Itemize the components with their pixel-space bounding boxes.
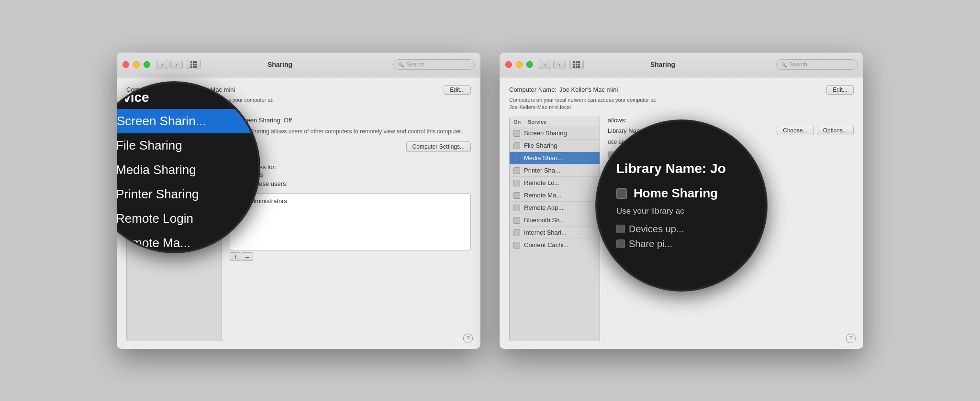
choose-button[interactable]: Choose... (777, 126, 813, 135)
checkbox-bluetooth-sharing[interactable] (513, 217, 520, 224)
checkbox-remote-apple-events[interactable] (513, 205, 520, 211)
right-sharing-window: ‹ › Sharing 🔍 Search Computer Name: Joe … (500, 53, 863, 349)
service-item-file-sharing-right[interactable]: File Sharing (510, 140, 600, 152)
checkbox-remote-login-right[interactable] (513, 180, 520, 186)
minimize-button-right[interactable] (516, 61, 523, 68)
remove-user-button-left[interactable]: – (242, 252, 253, 261)
service-item-remote-management-right[interactable]: Remote Ma... (510, 189, 600, 202)
help-button-right[interactable]: ? (846, 334, 856, 343)
titlebar-right: ‹ › Sharing 🔍 Search (500, 53, 863, 77)
circle-share-checkbox (616, 239, 625, 248)
computer-name-row-right: Computer Name: Joe Keller's Mac mini Edi… (509, 85, 854, 95)
service-item-remote-login-right[interactable]: Remote Lo... (510, 177, 600, 189)
window-title-left: Sharing (167, 61, 393, 68)
checkbox-screen-sharing-right[interactable] (513, 130, 520, 137)
service-item-content-caching[interactable]: Content Cachi... (510, 239, 600, 251)
titlebar-left: ‹ › Sharing 🔍 Search (117, 53, 480, 77)
service-name-file-sharing-right: File Sharing (524, 142, 557, 149)
service-detail-left: Screen Sharing: Off Screen Sharing allow… (222, 117, 471, 341)
traffic-lights-left (122, 61, 150, 68)
search-icon-left: 🔍 (398, 62, 404, 68)
left-sharing-window: ‹ › Sharing 🔍 Search Computer Name: Joe … (117, 53, 480, 349)
maximize-button-left[interactable] (144, 61, 150, 68)
circle-label-remote-login: Remote Login (117, 211, 193, 226)
search-placeholder-left: Search (406, 61, 424, 68)
service-item-bluetooth-sharing[interactable]: Bluetooth Sh... (510, 214, 600, 227)
circle-devices-row: Devices up... (616, 224, 684, 235)
circle-item-media-sharing[interactable]: Media Sharing (117, 158, 258, 182)
service-name-screen-sharing-right: Screen Sharing (524, 130, 567, 137)
circle-item-screen-sharing[interactable]: Screen Sharin... (117, 109, 258, 133)
service-item-screen-sharing-right[interactable]: Screen Sharing (510, 127, 600, 140)
circle-share-label: Share pi... (629, 238, 672, 249)
circle-home-desc: Use your library ac (616, 206, 684, 217)
service-item-remote-apple-events[interactable]: Remote App... (510, 202, 600, 214)
service-list-header-right: On Service (510, 117, 600, 127)
checkbox-remote-management-right[interactable] (513, 192, 520, 199)
magnify-circle-right: Library Name: Jo Home Sharing Use your l… (595, 119, 768, 292)
users-list-left: Administrators (230, 193, 471, 250)
service-name-media-sharing-right: Media Shari... (524, 154, 562, 162)
add-user-button-left[interactable]: + (230, 252, 241, 261)
search-placeholder-right: Search (789, 61, 807, 68)
minimize-button-left[interactable] (133, 61, 140, 68)
circle-label-printer-sharing: Printer Sharing (117, 187, 199, 202)
circle-label-media-sharing: Media Sharing (117, 163, 196, 177)
checkbox-printer-sharing-right[interactable] (513, 167, 520, 174)
circle-item-file-sharing[interactable]: File Sharing (117, 133, 258, 158)
sharing-status-left: Screen Sharing: Off (230, 117, 471, 124)
radio-all-users-left[interactable]: All users (230, 171, 471, 178)
edit-button-right[interactable]: Edit... (826, 85, 854, 95)
header-service-right: Service (528, 119, 546, 125)
circle-devices-label: Devices up... (629, 224, 684, 235)
circle-label-file-sharing: File Sharing (117, 138, 182, 153)
traffic-lights-right (505, 61, 533, 68)
computer-name-label-right: Computer Name: (509, 86, 557, 93)
circle-home-checkbox (616, 188, 627, 199)
search-bar-left[interactable]: 🔍 Search (393, 59, 475, 70)
options-button[interactable]: Options... (817, 126, 854, 135)
allows-text-right: allows: (608, 117, 854, 124)
circle-home-sharing-row: Home Sharing (616, 186, 718, 201)
search-icon-right: 🔍 (780, 62, 787, 68)
maximize-button-right[interactable] (526, 61, 533, 68)
network-info-right: Computers on your local network can acce… (509, 97, 854, 111)
checkbox-content-caching[interactable] (513, 242, 520, 249)
service-list-right: On Service Screen Sharing File Sharing M… (509, 117, 600, 341)
circle-devices-checkbox (616, 225, 625, 233)
service-item-printer-sharing-right[interactable]: Printer Sha... (510, 164, 600, 177)
computer-settings-button[interactable]: Computer Settings... (406, 141, 471, 152)
circle-home-label: Home Sharing (634, 186, 718, 201)
help-button-left[interactable]: ? (463, 334, 473, 343)
service-item-internet-sharing[interactable]: Internet Shari... (510, 227, 600, 239)
circle-item-printer-sharing[interactable]: Printer Sharing (117, 182, 258, 206)
radio-only-users-left[interactable]: Only these users: (230, 180, 471, 187)
service-name-remote-management-right: Remote Ma... (524, 192, 561, 199)
service-name-content-caching: Content Cachi... (524, 241, 568, 249)
service-name-printer-sharing-right: Printer Sha... (524, 167, 560, 174)
circle-label-screen-sharing: Screen Sharin... (117, 114, 206, 129)
computer-name-value-right: Joe Keller's Mac mini (559, 86, 618, 93)
search-bar-right[interactable]: 🔍 Search (776, 59, 858, 70)
service-name-internet-sharing: Internet Shari... (524, 229, 567, 236)
header-on-right: On (513, 119, 528, 125)
access-section-left: Allow access for: All users Only these u… (230, 163, 471, 189)
circle-share-row: Share pi... (616, 238, 672, 249)
service-name-bluetooth-sharing: Bluetooth Sh... (524, 217, 565, 224)
description-text-left: Screen Sharing allows users of other com… (230, 128, 471, 136)
edit-button-left[interactable]: Edit... (444, 85, 471, 95)
close-button-left[interactable] (122, 61, 129, 68)
service-name-remote-login-right: Remote Lo... (524, 179, 559, 186)
checkbox-media-sharing-right[interactable] (513, 155, 520, 162)
window-title-right: Sharing (549, 61, 776, 68)
service-name-remote-apple-events: Remote App... (524, 204, 563, 211)
user-administrators: Administrators (230, 194, 470, 208)
close-button-right[interactable] (505, 61, 512, 68)
list-controls-left: + – (230, 252, 471, 261)
service-item-media-sharing-right[interactable]: Media Shari... (510, 152, 600, 164)
checkbox-file-sharing-right[interactable] (513, 142, 520, 149)
checkbox-internet-sharing[interactable] (513, 229, 520, 236)
circle-library-name: Library Name: Jo (616, 161, 726, 176)
